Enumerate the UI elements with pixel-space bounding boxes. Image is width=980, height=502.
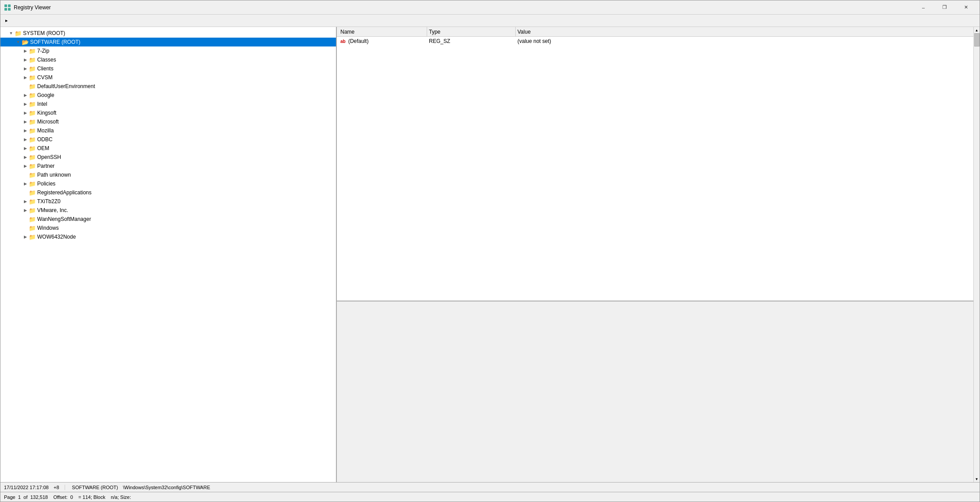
tree-label-partner: Partner [37,163,54,169]
expand-intel[interactable]: ▶ [22,100,29,108]
restore-button[interactable]: ❐ [934,1,955,14]
expand-partner[interactable]: ▶ [22,162,29,170]
expand-classes[interactable]: ▶ [22,56,29,63]
tree-item-microsoft[interactable]: ▶ 📁 Microsoft [0,117,336,126]
scroll-down-btn[interactable]: ▼ [974,476,980,482]
folder-icon-clients: 📁 [29,66,36,72]
tree-area[interactable]: ▼ 📁 SYSTEM (ROOT) ▼ 📂 SOFTWARE (ROOT) [0,27,336,482]
folder-icon-mozilla: 📁 [29,127,36,134]
tree-item-software-root[interactable]: ▼ 📂 SOFTWARE (ROOT) [0,38,336,46]
expand-vmware[interactable]: ▶ [22,207,29,214]
expand-microsoft[interactable]: ▶ [22,118,29,125]
right-top: Name Type Value ab (Default) REG_SZ (val… [337,27,973,301]
folder-icon-wow6432node: 📁 [29,234,36,240]
toolbar-arrow[interactable]: ▸ [2,16,11,26]
bottom-status-bar: Page 1 of 132,518 Offset: 0 = 114; Block… [0,492,980,502]
expand-openssh[interactable]: ▶ [22,154,29,161]
expand-software-root[interactable]: ▼ [15,39,22,46]
tree-label-oem: OEM [37,145,49,151]
expand-7zip[interactable]: ▶ [22,47,29,54]
status-bar: 17/11/2022 17:17:08 +8 SOFTWARE (ROOT) \… [0,482,980,492]
tree-item-odbc[interactable]: ▶ 📁 ODBC [0,135,336,144]
tree-label-clients: Clients [37,66,54,72]
tree-label-policies: Policies [37,181,55,187]
tree-item-openssh[interactable]: ▶ 📁 OpenSSH [0,153,336,162]
tree-label-software-root: SOFTWARE (ROOT) [30,39,81,45]
svg-rect-1 [8,4,11,7]
expand-system-root[interactable]: ▼ [8,30,15,37]
tree-label-google: Google [37,92,54,98]
tree-item-policies[interactable]: ▶ 📁 Policies [0,179,336,188]
tree-item-windows[interactable]: ▶ 📁 Windows [0,224,336,232]
right-scrollbar[interactable]: ▲ ▼ [973,27,980,482]
folder-icon-intel: 📁 [29,101,36,108]
tree-label-cvsm: CVSM [37,74,53,81]
toolbar: ▸ [0,15,980,27]
folder-icon-odbc: 📁 [29,136,36,143]
tree-item-google[interactable]: ▶ 📁 Google [0,91,336,100]
expand-kingsoft[interactable]: ▶ [22,109,29,116]
folder-icon-software-root: 📂 [22,39,29,46]
col-header-value[interactable]: Value [516,27,972,36]
status-key: SOFTWARE (ROOT) \Windows\System32\config… [72,485,216,490]
tree-item-intel[interactable]: ▶ 📁 Intel [0,100,336,108]
scroll-up-btn[interactable]: ▲ [974,27,980,33]
tree-item-wow6432node[interactable]: ▶ 📁 WOW6432Node [0,232,336,241]
expand-policies[interactable]: ▶ [22,180,29,187]
tree-item-oem[interactable]: ▶ 📁 OEM [0,144,336,153]
tree-item-wanneng[interactable]: ▶ 📁 WanNengSoftManager [0,215,336,224]
tree-label-7zip: 7-Zip [37,48,49,54]
expand-oem[interactable]: ▶ [22,145,29,152]
folder-icon-system-root: 📁 [15,30,22,37]
col-header-name[interactable]: Name [339,27,427,36]
scroll-thumb[interactable] [974,33,980,46]
minimize-button[interactable]: – [913,1,934,14]
tree-item-system-root[interactable]: ▼ 📁 SYSTEM (ROOT) [0,29,336,38]
tree-label-wow6432node: WOW6432Node [37,234,76,240]
tree-item-kingsoft[interactable]: ▶ 📁 Kingsoft [0,108,336,117]
svg-rect-3 [8,8,11,11]
close-button[interactable]: ✕ [956,1,976,14]
left-panel: ▼ 📁 SYSTEM (ROOT) ▼ 📂 SOFTWARE (ROOT) [0,27,337,482]
table-body: ab (Default) REG_SZ (value not set) [337,37,973,301]
block-info: = 114; Block [78,494,105,500]
col-header-type[interactable]: Type [427,27,516,36]
expand-cvsm[interactable]: ▶ [22,74,29,81]
tree-item-clients[interactable]: ▶ 📁 Clients [0,64,336,73]
tree-item-7zip[interactable]: ▶ 📁 7-Zip [0,46,336,55]
expand-clients[interactable]: ▶ [22,65,29,72]
cell-type: REG_SZ [427,38,516,44]
svg-rect-2 [4,8,7,11]
tree-label-path-unknown: Path unknown [37,172,71,178]
tree-item-registered-apps[interactable]: ▶ 📁 RegisteredApplications [0,188,336,197]
tree-label-wanneng: WanNengSoftManager [37,216,91,222]
tree-item-mozilla[interactable]: ▶ 📁 Mozilla [0,126,336,135]
folder-icon-oem: 📁 [29,145,36,152]
cell-value: (value not set) [516,38,972,44]
table-row[interactable]: ab (Default) REG_SZ (value not set) [337,37,973,46]
page-info: Page 1 of 132,518 [4,494,48,500]
folder-icon-cvsm: 📁 [29,74,36,81]
cell-name: ab (Default) [339,38,427,44]
folder-icon-policies: 📁 [29,181,36,187]
expand-wow6432node[interactable]: ▶ [22,233,29,240]
title-bar: Registry Viewer – ❐ ✕ [0,0,980,15]
tree-item-partner[interactable]: ▶ 📁 Partner [0,162,336,170]
tree-item-cvsm[interactable]: ▶ 📁 CVSM [0,73,336,82]
folder-icon-openssh: 📁 [29,154,36,161]
window-controls: – ❐ ✕ [913,1,976,14]
expand-mozilla[interactable]: ▶ [22,127,29,134]
tree-label-odbc: ODBC [37,136,53,143]
tree-item-txitb2z0[interactable]: ▶ 📁 TXiTb2Z0 [0,197,336,206]
tree-item-path-unknown[interactable]: ▶ 📁 Path unknown [0,170,336,179]
expand-odbc[interactable]: ▶ [22,136,29,143]
expand-txitb2z0[interactable]: ▶ [22,198,29,205]
tree-item-vmware[interactable]: ▶ 📁 VMware, Inc. [0,206,336,215]
tree-label-mozilla: Mozilla [37,127,54,134]
svg-rect-0 [4,4,7,7]
tree-label-registered-apps: RegisteredApplications [37,189,92,196]
tree-item-classes[interactable]: ▶ 📁 Classes [0,55,336,64]
folder-icon-path-unknown: 📁 [29,172,36,178]
tree-item-defaultuserenv[interactable]: ▶ 📁 DefaultUserEnvironment [0,82,336,91]
expand-google[interactable]: ▶ [22,92,29,99]
